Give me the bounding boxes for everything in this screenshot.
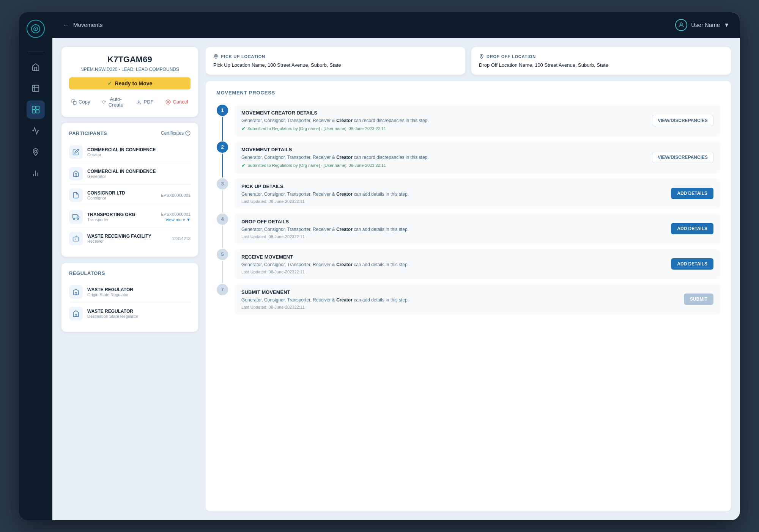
step-row-2: 2 MOVEMENT DETAILS Generator, Consignor,…: [216, 141, 720, 178]
participant-icon-consignor: [69, 188, 83, 202]
step-title-4: DROP OFF DETAILS: [241, 219, 409, 224]
svg-rect-6: [32, 106, 35, 109]
step-desc-4: Generator, Consignor, Transporter, Recei…: [241, 227, 409, 232]
dropoff-value: Drop Off Location Name, 100 Street Avenu…: [479, 62, 723, 68]
dropoff-label: DROP OFF LOCATION: [479, 54, 723, 59]
svg-rect-15: [73, 101, 76, 104]
step-updated-7: Last Updated: 08-June-202322:11: [241, 305, 409, 309]
regulator-row-origin: WASTE REGULATOR Origin State Regulator: [69, 281, 191, 303]
sidebar-item-movements[interactable]: [27, 100, 45, 119]
svg-point-32: [481, 55, 482, 57]
back-arrow-icon[interactable]: ←: [63, 22, 69, 28]
participant-extra-receiver: 12314213: [172, 236, 191, 241]
sidebar-item-location[interactable]: [27, 143, 45, 161]
participant-row-transporter: TRANSPORTING ORG Transporter EPSX0000000…: [69, 206, 191, 228]
participant-extra-consignor: EPSX00000001: [161, 193, 191, 198]
nav-back-label[interactable]: Movements: [73, 22, 103, 28]
participant-info-receiver: WASTE RECEIVING FACILITY Receiver: [87, 234, 167, 243]
svg-rect-8: [32, 110, 35, 113]
sidebar-item-routes[interactable]: [27, 122, 45, 140]
svg-rect-29: [75, 292, 77, 295]
process-title: MOVEMENT PROCESS: [216, 90, 720, 96]
regulator-info-destination: WASTE REGULATOR Destination State Regula…: [87, 309, 191, 319]
step-header-2: MOVEMENT DETAILS Generator, Consignor, T…: [241, 147, 713, 168]
step-title-3: PICK UP DETAILS: [241, 184, 409, 189]
sidebar-item-reports[interactable]: [27, 164, 45, 182]
step-title-2: MOVEMENT DETAILS: [241, 147, 429, 152]
step-circle-2: 2: [217, 141, 228, 153]
certificates-link[interactable]: Certificates: [161, 130, 191, 136]
step-indicator-4: 4: [216, 213, 228, 249]
svg-point-2: [35, 28, 36, 30]
step-header-1: MOVEMENT CREATOR DETAILS Generator, Cons…: [241, 110, 713, 132]
step-desc-5: Generator, Consignor, Transporter, Recei…: [241, 262, 409, 267]
user-name-label[interactable]: User Name: [691, 22, 720, 28]
sidebar-item-list[interactable]: [27, 79, 45, 97]
status-check-icon: ✓: [107, 80, 112, 86]
cancel-icon: [165, 99, 171, 105]
pickup-value: Pick Up Location Name, 100 Street Avenue…: [213, 62, 458, 68]
step-desc-3: Generator, Consignor, Transporter, Recei…: [241, 191, 409, 197]
pdf-icon: [136, 99, 142, 105]
regulator-info-origin: WASTE REGULATOR Origin State Regulator: [87, 287, 191, 297]
submit-button[interactable]: SUBMIT: [684, 293, 713, 305]
add-details-button-3[interactable]: ADD DETAILS: [671, 188, 713, 199]
participant-icon-transporter: [69, 210, 83, 224]
auto-create-button[interactable]: Auto-Create: [99, 95, 127, 109]
step-indicator-2: 2: [216, 141, 228, 178]
participant-info-generator: COMMERCIAL IN CONFIDENCE Generator: [87, 169, 191, 179]
movement-id: K7TGAM69: [69, 55, 191, 64]
step-row-5: 5 RECEIVE MOVEMENT Generator, Consignor,…: [216, 249, 720, 284]
user-dropdown-icon[interactable]: ▼: [724, 22, 729, 28]
process-steps: 1 MOVEMENT CREATOR DETAILS Generator, Co…: [216, 105, 720, 319]
action-buttons: Copy Auto-Create PDF Cancel: [69, 95, 191, 109]
sidebar-divider-1: [28, 52, 43, 52]
sidebar-item-home[interactable]: [27, 58, 45, 76]
participant-row-generator: COMMERCIAL IN CONFIDENCE Generator: [69, 163, 191, 185]
user-avatar-icon: [675, 19, 687, 31]
participant-row-receiver: WASTE RECEIVING FACILITY Receiver 123142…: [69, 228, 191, 249]
regulators-title: REGULATORS: [69, 270, 191, 276]
participant-icon-generator: [69, 167, 83, 180]
add-details-button-5[interactable]: ADD DETAILS: [671, 258, 713, 270]
view-discrepancies-button-1[interactable]: VIEW/DISCREPANCIES: [652, 115, 713, 126]
cancel-button[interactable]: Cancel: [162, 95, 191, 109]
movement-process-card: MOVEMENT PROCESS 1 MOVEMENT: [206, 81, 731, 511]
step-header-3: PICK UP DETAILS Generator, Consignor, Tr…: [241, 184, 713, 204]
copy-button[interactable]: Copy: [68, 95, 93, 109]
location-row: PICK UP LOCATION Pick Up Location Name, …: [206, 47, 731, 75]
participant-icon-creator: [69, 145, 83, 159]
info-icon: [185, 130, 191, 136]
topnav-right: User Name ▼: [675, 19, 729, 31]
step-content-2: MOVEMENT DETAILS Generator, Consignor, T…: [235, 141, 720, 174]
step-row-1: 1 MOVEMENT CREATOR DETAILS Generator, Co…: [216, 105, 720, 141]
svg-point-31: [215, 55, 217, 57]
topnav-left: ← Movements: [63, 22, 103, 28]
pdf-button[interactable]: PDF: [133, 95, 156, 109]
svg-point-26: [77, 218, 79, 220]
add-details-button-4[interactable]: ADD DETAILS: [671, 223, 713, 234]
participant-info-consignor: CONSIGNOR LTD Consignor: [87, 190, 156, 200]
participant-info-creator: COMMERCIAL IN CONFIDENCE Creator: [87, 147, 191, 157]
step-header-5: RECEIVE MOVEMENT Generator, Consignor, T…: [241, 254, 713, 274]
step-indicator-3: 3: [216, 178, 228, 213]
step-row-4: 4 DROP OFF DETAILS Generator, Consignor,…: [216, 213, 720, 249]
participant-row-creator: COMMERCIAL IN CONFIDENCE Creator: [69, 141, 191, 163]
step-status-1: ✔ Submitted to Regulators by [Org name] …: [241, 126, 429, 132]
step-row-3: 3 PICK UP DETAILS Generator, Consignor, …: [216, 178, 720, 213]
participant-row-consignor: CONSIGNOR LTD Consignor EPSX00000001: [69, 185, 191, 206]
dropoff-location-card: DROP OFF LOCATION Drop Off Location Name…: [471, 47, 731, 75]
view-discrepancies-button-2[interactable]: VIEW/DISCREPANCIES: [652, 152, 713, 163]
status-check-1: ✔: [241, 126, 246, 132]
participants-title: PARTICIPANTS: [69, 130, 107, 136]
pickup-location-icon: [213, 54, 219, 59]
step-updated-3: Last Updated: 08-June-202322:11: [241, 199, 409, 204]
svg-point-10: [35, 150, 37, 152]
step-circle-5: 5: [217, 249, 228, 260]
step-content-1: MOVEMENT CREATOR DETAILS Generator, Cons…: [235, 105, 720, 137]
participant-info-transporter: TRANSPORTING ORG Transporter: [87, 212, 156, 222]
step-content-3: PICK UP DETAILS Generator, Consignor, Tr…: [235, 178, 720, 209]
view-more-link[interactable]: View more ▼: [165, 217, 191, 222]
topnav: ← Movements User Name ▼: [52, 12, 740, 38]
app-logo[interactable]: [27, 20, 45, 38]
